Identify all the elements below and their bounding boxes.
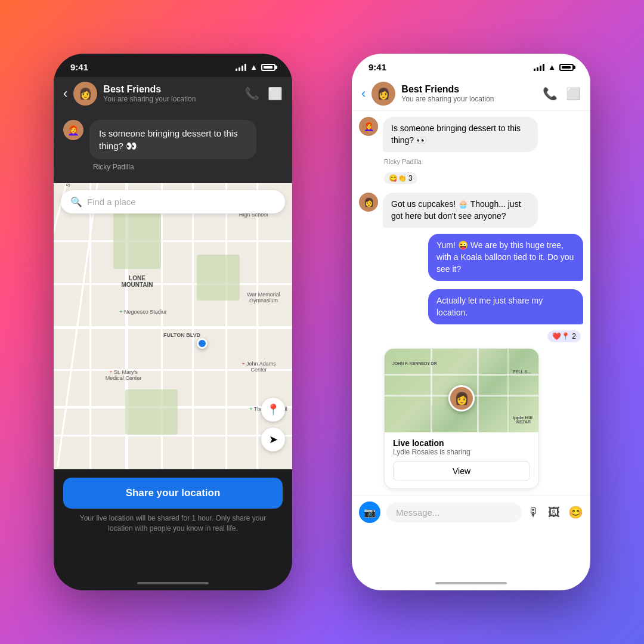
home-indicator-left — [137, 582, 209, 584]
back-button[interactable]: ‹ — [63, 86, 67, 101]
msg-avatar-1: 👩‍🦰 — [359, 117, 378, 136]
location-avatar-pin: 👩 — [448, 385, 475, 411]
left-nav-actions: 📞 ⬜ — [244, 86, 283, 101]
search-placeholder: Find a place — [87, 197, 136, 207]
lone-mountain-label: LONEMOUNTAIN — [113, 275, 161, 288]
left-nav-info: Best Friends You are sharing your locati… — [103, 84, 239, 103]
message-bubble-3: Yum! 😜 We are by this huge tree, with a … — [428, 234, 583, 281]
location-card-body: Live location Lydie Rosales is sharing V… — [385, 432, 538, 488]
right-time: 9:41 — [369, 62, 386, 72]
map-container: LONEMOUNTAIN Raoul WallenbergHigh School… — [54, 183, 292, 469]
location-card-subtitle: Lydie Rosales is sharing — [393, 448, 530, 456]
message-text-3: Yum! 😜 We are by this huge tree, with a … — [436, 240, 574, 273]
wifi-icon: ▲ — [250, 63, 258, 72]
message-row-1: 👩‍🦰 Is someone bringing dessert to this … — [359, 117, 583, 152]
message-text-4: Actually let me just share my location. — [436, 296, 543, 317]
right-phone-icon[interactable]: 📞 — [543, 86, 558, 101]
share-disclaimer: Your live location will be shared for 1 … — [63, 513, 283, 534]
sender-label-1: Ricky Padilla — [384, 158, 583, 165]
reaction-badge-outgoing: ❤️📍 2 — [547, 330, 581, 342]
message-text-2: Got us cupcakes! 🧁 Though... just got he… — [391, 199, 521, 221]
phone-icon[interactable]: 📞 — [244, 86, 259, 101]
adams-label: + John AdamsCenter — [235, 361, 283, 373]
left-nav-bar: ‹ 👩 Best Friends You are sharing your lo… — [54, 77, 292, 110]
search-icon: 🔍 — [70, 196, 82, 208]
stadium-label: + Negoesco Stadiur — [113, 309, 173, 315]
fulton-label: FULTON BLVD — [161, 332, 203, 338]
camera-button[interactable]: 📷 — [359, 501, 380, 523]
right-phone: 9:41 ▲ ‹ 👩 Best Friends You are sharing … — [352, 54, 590, 590]
share-location-button[interactable]: Share your location — [63, 478, 283, 509]
map-background: LONEMOUNTAIN Raoul WallenbergHigh School… — [54, 183, 292, 469]
image-icon[interactable]: 🖼 — [548, 506, 560, 519]
location-map-preview: JOHN F. KENNEDY DR FELL S... 👩 ippie Hil… — [385, 349, 538, 432]
right-battery-icon — [559, 64, 574, 71]
right-nav-actions: 📞 ⬜ — [543, 86, 581, 101]
right-status-icons: ▲ — [534, 63, 574, 72]
reaction-row-1: 😋👏 3 — [384, 172, 583, 184]
right-chat-name: Best Friends — [401, 84, 537, 95]
left-time: 9:41 — [70, 62, 88, 72]
mic-icon[interactable]: 🎙 — [528, 506, 540, 519]
left-chat-preview: 👩‍🦰 Is someone bringing dessert to this … — [54, 110, 292, 183]
message-input-field[interactable]: Message... — [386, 503, 522, 522]
left-phone: 9:41 ▲ ‹ 👩 Best Friends You are sharing … — [54, 54, 292, 590]
share-section: Share your location Your live location w… — [54, 469, 292, 542]
dark-sender-name: Ricky Padilla — [93, 163, 283, 174]
right-wifi-icon: ▲ — [548, 63, 556, 72]
message-input-bar: 📷 Message... 🎙 🖼 😊 — [352, 495, 590, 529]
gym-label: War MemorialGymnasium — [240, 292, 287, 304]
left-chat-name: Best Friends — [103, 84, 239, 95]
message-placeholder: Message... — [396, 507, 439, 518]
kezar-label: KEZAR — [516, 420, 531, 424]
ricky-avatar: 👩‍🦰 — [63, 120, 83, 140]
navigate-button[interactable]: ➤ — [261, 428, 285, 451]
home-indicator-right — [435, 582, 507, 584]
hospital-label: + St. Mary'sMedical Center — [97, 369, 150, 381]
location-map-bg: JOHN F. KENNEDY DR FELL S... 👩 ippie Hil… — [385, 349, 538, 432]
left-status-icons: ▲ — [236, 63, 275, 72]
battery-icon — [261, 64, 275, 71]
dark-message-text: Is someone bringing dessert to this thin… — [99, 127, 247, 152]
right-video-icon[interactable]: ⬜ — [566, 86, 581, 101]
message-bubble-1: Is someone bringing dessert to this thin… — [383, 117, 538, 152]
dark-message-bubble: Is someone bringing dessert to this thin… — [89, 120, 256, 159]
chat-messages: 👩‍🦰 Is someone bringing dessert to this … — [352, 111, 590, 495]
reaction-badge-1: 😋👏 3 — [384, 172, 417, 184]
message-row-4: Actually let me just share my location. — [359, 289, 583, 324]
right-signal-bars-icon — [534, 64, 544, 71]
sticker-icon[interactable]: 😊 — [568, 505, 583, 519]
video-icon[interactable]: ⬜ — [268, 86, 283, 101]
message-row-2: 👩 Got us cupcakes! 🧁 Though... just got … — [359, 193, 583, 228]
message-row-3: Yum! 😜 We are by this huge tree, with a … — [359, 234, 583, 281]
map-label-john: JOHN F. KENNEDY DR — [392, 361, 437, 366]
input-actions: 🎙 🖼 😊 — [528, 505, 583, 519]
dark-message-row: 👩‍🦰 Is someone bringing dessert to this … — [63, 120, 283, 159]
right-nav-info: Best Friends You are sharing your locati… — [401, 84, 537, 103]
right-nav-bar: ‹ 👩 Best Friends You are sharing your lo… — [352, 77, 590, 111]
right-avatar: 👩 — [371, 82, 395, 106]
left-chat-subtitle: You are sharing your location — [103, 95, 239, 103]
reactions-outgoing: ❤️📍 2 — [359, 330, 581, 342]
message-text-1: Is someone bringing dessert to this thin… — [391, 123, 521, 145]
location-view-button[interactable]: View — [393, 461, 530, 481]
message-bubble-2: Got us cupcakes! 🧁 Though... just got he… — [383, 193, 538, 228]
location-card-title: Live location — [393, 438, 530, 448]
location-card: JOHN F. KENNEDY DR FELL S... 👩 ippie Hil… — [384, 348, 539, 489]
right-back-button[interactable]: ‹ — [361, 86, 366, 101]
user-location-dot — [197, 338, 208, 349]
signal-bars-icon — [236, 64, 246, 71]
avatar: 👩 — [73, 82, 97, 106]
right-chat-subtitle: You are sharing your location — [401, 95, 537, 103]
map-search-bar[interactable]: 🔍 Find a place — [61, 190, 285, 213]
pin-location-button[interactable]: 📍 — [261, 398, 285, 422]
left-status-bar: 9:41 ▲ — [54, 54, 292, 77]
map-label-fell: FELL S... — [513, 370, 531, 374]
msg-avatar-2: 👩 — [359, 193, 378, 212]
right-status-bar: 9:41 ▲ — [352, 54, 590, 77]
message-bubble-4: Actually let me just share my location. — [428, 289, 583, 324]
